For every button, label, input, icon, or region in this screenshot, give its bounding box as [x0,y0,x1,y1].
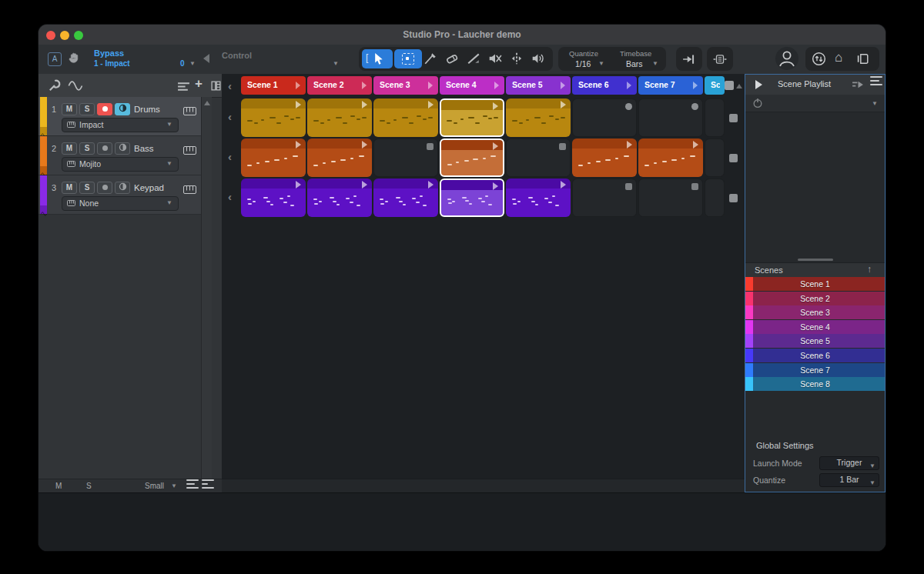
empty-clip-slot[interactable] [705,179,725,217]
track-record-button[interactable] [97,103,112,115]
empty-clip-slot[interactable] [572,179,637,217]
listen-tool-icon[interactable] [531,52,550,67]
empty-clip-slot[interactable] [506,138,571,177]
clip-play-icon[interactable] [362,101,367,108]
scene-scroll-left-icon[interactable]: ‹ [228,82,232,90]
slot-stop-icon[interactable] [559,143,566,150]
clip-play-icon[interactable] [627,141,632,149]
row-launch-left-icon[interactable]: ‹ [228,193,232,201]
play-playlist-icon[interactable] [755,80,762,89]
track-visibility-icon[interactable] [177,81,190,95]
prev-control-icon[interactable] [203,54,209,63]
bypass-count-dropdown-icon[interactable]: ▼ [189,60,196,67]
global-mute-button[interactable]: M [55,482,62,490]
slot-stop-icon[interactable] [625,183,632,190]
clip-selected[interactable] [440,138,504,177]
scene-list-item[interactable]: Scene 6 [745,349,885,362]
clip[interactable] [572,138,637,177]
track-height-value[interactable]: Small [145,482,164,490]
scene-tab[interactable]: Scene 6 [572,76,637,95]
empty-clip-slot[interactable] [638,179,703,217]
clip-play-icon[interactable] [428,181,434,189]
hand-tool-icon[interactable] [68,52,81,68]
slot-record-icon[interactable] [691,103,698,110]
clip[interactable] [638,138,703,177]
clip-selected[interactable] [440,179,504,217]
scene-list-item[interactable]: Scene 3 [745,305,885,319]
quantize-value[interactable]: 1/16 [575,59,591,68]
scene-play-icon[interactable] [494,82,499,89]
minimize-button[interactable] [60,31,69,40]
clip[interactable] [373,98,438,137]
clip-play-icon[interactable] [296,101,301,108]
scene-tab[interactable]: Scene 3 [373,76,438,95]
automation-mode-icon[interactable]: A [48,52,62,66]
split-tool-icon[interactable] [510,52,528,67]
playlist-mode-icon[interactable] [852,79,865,93]
clip-play-icon[interactable] [296,181,301,189]
track-panel-scrollbar[interactable] [201,97,212,479]
scroll-up-icon[interactable] [204,101,210,105]
clip-play-icon[interactable] [693,141,698,149]
row-launch-left-icon[interactable]: ‹ [228,113,232,121]
clip[interactable] [241,179,306,217]
empty-clip-slot[interactable] [373,138,438,177]
stop-all-scenes-button[interactable] [725,81,734,90]
clip[interactable] [506,98,571,137]
row-stop-button[interactable] [729,154,738,162]
scene-list-item[interactable]: Scene 4 [745,320,885,334]
panel-menu-icon[interactable] [870,80,879,82]
setup-wrench-icon[interactable] [48,78,62,95]
global-quantize-dropdown[interactable]: 1 Bar▼ [819,473,879,487]
track-record-button[interactable] [97,142,112,155]
side-panels-icon[interactable] [856,52,871,69]
clip-play-icon[interactable] [561,101,566,108]
scene-list-item[interactable]: Scene 5 [745,334,885,348]
clip[interactable] [307,138,372,177]
clip-play-icon[interactable] [493,182,498,190]
bypass-count[interactable]: 0 [180,59,185,68]
scene-play-icon[interactable] [428,82,433,89]
slot-stop-icon[interactable] [691,183,698,190]
add-track-icon[interactable]: + [195,76,203,92]
slot-record-icon[interactable] [625,103,632,110]
select-tool-button[interactable]: [ [362,49,393,68]
list-icon[interactable] [186,483,195,485]
instrument-selector[interactable]: None▼ [62,196,179,211]
empty-clip-slot[interactable] [638,98,703,137]
range-select-tool-button[interactable] [394,49,422,68]
clip[interactable] [307,98,372,137]
clip-selected[interactable] [440,98,504,137]
clip-play-icon[interactable] [362,141,367,149]
grid-scroll-up-icon[interactable] [736,84,742,88]
track-monitor-button[interactable] [115,142,130,155]
scene-up-icon[interactable]: ↑ [867,264,872,275]
power-icon[interactable] [752,98,763,112]
launch-mode-dropdown[interactable]: Trigger▼ [819,456,879,470]
scene-play-icon[interactable] [693,82,698,89]
row-launch-left-icon[interactable]: ‹ [228,153,232,161]
instrument-dropdown-icon[interactable]: ▼ [166,160,172,167]
clip-play-icon[interactable] [428,101,434,108]
mute-tool-icon[interactable] [488,52,507,67]
scene-tab[interactable]: Scene 5 [506,76,571,95]
clip[interactable] [241,138,306,177]
track-monitor-button[interactable] [115,182,130,194]
scene-list-item[interactable]: Scene 2 [745,292,885,305]
scene-tab[interactable]: Scene 4 [440,76,504,95]
scene-list-item[interactable]: Scene 8 [745,377,885,391]
bypass-label[interactable]: Bypass [94,48,124,58]
track-solo-button[interactable]: S [79,182,95,194]
empty-clip-slot[interactable] [705,138,725,177]
clip-play-icon[interactable] [561,181,566,189]
empty-clip-slot[interactable] [705,98,725,137]
track-height-dropdown-icon[interactable]: ▼ [171,482,177,489]
clip[interactable] [241,98,306,137]
bypass-target-label[interactable]: 1 - Impact [94,59,130,68]
instrument-dropdown-icon[interactable]: ▼ [166,199,172,206]
track-record-button[interactable] [97,182,112,194]
control-dropdown-icon[interactable]: ▼ [333,60,339,67]
eraser-tool-icon[interactable] [445,52,464,67]
clip-play-icon[interactable] [362,181,367,189]
track-row[interactable]: 3MSKeypadNone▼ [38,175,201,215]
